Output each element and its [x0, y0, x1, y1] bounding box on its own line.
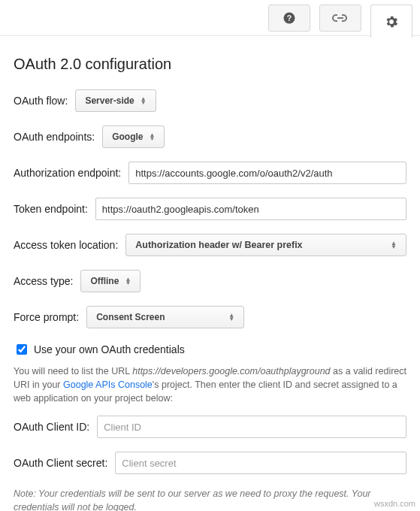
token-endpoint-label: Token endpoint:: [14, 203, 88, 215]
oauth-flow-value: Server-side: [85, 95, 134, 106]
use-own-credentials-label: Use your own OAuth credentials: [34, 343, 185, 355]
sort-icon: ▲▼: [391, 241, 397, 249]
watermark: wsxdn.com: [374, 499, 415, 508]
access-type-label: Access type:: [14, 275, 73, 287]
token-location-value: Authorization header w/ Bearer prefix: [135, 240, 302, 250]
client-secret-label: OAuth Client secret:: [14, 457, 107, 469]
access-type-select[interactable]: Offline ▲▼: [80, 270, 141, 292]
svg-text:?: ?: [287, 14, 292, 23]
force-prompt-select[interactable]: Consent Screen ▲▼: [86, 306, 244, 328]
client-id-input[interactable]: [97, 416, 406, 438]
gear-icon: [384, 14, 399, 29]
oauth-endpoints-value: Google: [112, 132, 143, 142]
page-title: OAuth 2.0 configuration: [14, 56, 406, 73]
token-location-select[interactable]: Authorization header w/ Bearer prefix ▲▼: [125, 234, 406, 256]
toolbar: ?: [0, 0, 420, 36]
google-apis-console-link[interactable]: Google APIs Console: [63, 379, 153, 390]
sort-icon: ▲▼: [228, 313, 234, 321]
sort-icon: ▲▼: [125, 277, 131, 285]
force-prompt-label: Force prompt:: [14, 311, 79, 323]
token-location-label: Access token location:: [14, 239, 118, 251]
oauth-flow-select[interactable]: Server-side ▲▼: [75, 89, 156, 112]
settings-button[interactable]: [370, 5, 412, 38]
sort-icon: ▲▼: [141, 97, 147, 104]
token-endpoint-input[interactable]: [95, 198, 406, 220]
oauth-endpoints-label: OAuth endpoints:: [14, 131, 95, 143]
auth-endpoint-label: Authorization endpoint:: [14, 167, 121, 179]
config-panel: OAuth 2.0 configuration OAuth flow: Serv…: [0, 36, 420, 511]
link-button[interactable]: [319, 5, 361, 32]
link-icon: [332, 13, 349, 23]
playground-url: https://developers.google.com/oauthplayg…: [132, 366, 330, 376]
credentials-note: You will need to list the URL https://de…: [14, 364, 406, 405]
oauth-flow-label: OAuth flow:: [14, 95, 68, 107]
client-id-label: OAuth Client ID:: [14, 421, 89, 433]
help-icon: ?: [283, 11, 296, 25]
force-prompt-value: Consent Screen: [96, 312, 165, 322]
oauth-endpoints-select[interactable]: Google ▲▼: [102, 125, 165, 148]
use-own-credentials-checkbox[interactable]: [17, 344, 27, 355]
help-button[interactable]: ?: [268, 5, 310, 32]
footer-note: Note: Your credentials will be sent to o…: [14, 488, 406, 511]
client-secret-input[interactable]: [115, 452, 406, 474]
access-type-value: Offline: [90, 276, 119, 286]
sort-icon: ▲▼: [150, 133, 156, 141]
auth-endpoint-input[interactable]: [128, 162, 406, 184]
